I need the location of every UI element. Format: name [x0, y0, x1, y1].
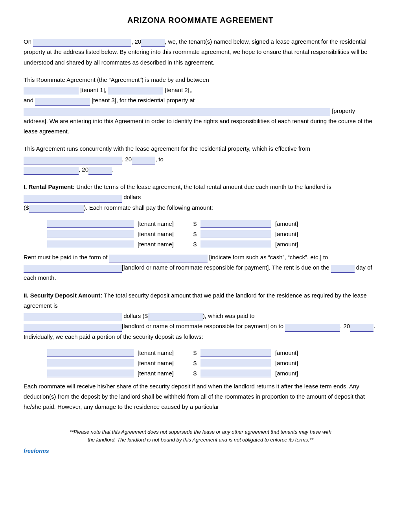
runs-section: This Agreement runs concurrently with th…: [24, 144, 377, 175]
parties-pre: This Roommate Agreement (the “Agreement”…: [24, 76, 209, 83]
field-effective-to[interactable]: [24, 167, 79, 175]
field-deposit-year[interactable]: [350, 324, 373, 332]
field-s1-tenant2-name[interactable]: [47, 230, 134, 238]
field-year-from[interactable]: [132, 157, 155, 164]
s1-tenant3-dollar: $: [193, 241, 197, 248]
runs-to: , to: [155, 156, 164, 163]
field-due-day[interactable]: [331, 265, 355, 273]
runs-year1-pre: , 20: [122, 156, 132, 163]
closing-paragraph: Each roommate will receive his/her share…: [24, 381, 377, 412]
field-tenant1[interactable]: [24, 87, 79, 95]
footnote-line1: **Please note that this Agreement does n…: [24, 428, 377, 436]
s1-tenant2-dollar: $: [193, 231, 197, 237]
field-s1-amount1[interactable]: [200, 220, 271, 228]
field-s2-tenant1-name[interactable]: [47, 349, 134, 357]
section2-year-pre: , 20: [340, 323, 350, 329]
section1-text1: Under the terms of the lease agreement, …: [76, 183, 331, 190]
field-s2-amount1[interactable]: [200, 349, 271, 357]
s1-amount3-label: [amount]: [275, 241, 298, 248]
rent-form-pre: Rent must be paid in the form of: [24, 254, 109, 260]
s2-amount1-label: [amount]: [275, 349, 298, 356]
s1-tenant3-label: [tenant name]: [138, 241, 174, 248]
table-row: [tenant name] $ [amount]: [47, 220, 377, 228]
tenant2-label: [tenant 2],,: [163, 87, 193, 93]
section1-text4: ). Each roommate shall pay the following…: [84, 204, 213, 211]
field-s1-tenant3-name[interactable]: [47, 240, 134, 248]
section2-heading: II. Security Deposit Amount:: [24, 292, 102, 299]
intro-on-label: On: [24, 38, 33, 45]
field-s2-tenant2-name[interactable]: [47, 359, 134, 367]
property-address-label: address]. We are entering into this Agre…: [24, 118, 372, 135]
section1-rental-payment: I. Rental Payment: Under the terms of th…: [24, 182, 377, 213]
field-year-to[interactable]: [88, 167, 112, 175]
section1-tenant-table: [tenant name] $ [amount] [tenant name] $…: [47, 220, 377, 248]
table-row: [tenant name] $ [amount]: [47, 240, 377, 248]
page-title: ARIZONA ROOMMATE AGREEMENT: [24, 16, 377, 25]
s2-tenant2-dollar: $: [193, 360, 197, 366]
table-row: [tenant name] $ [amount]: [47, 359, 377, 367]
s1-tenant1-dollar: $: [193, 220, 197, 227]
section2-text4: [landlord or name of roommate responsibl…: [122, 323, 285, 329]
field-deposit-num[interactable]: [148, 313, 203, 321]
section2-dollars-pre: dollars ($: [122, 312, 148, 319]
table-row: [tenant name] $ [amount]: [47, 230, 377, 238]
s1-tenant1-label: [tenant name]: [138, 220, 174, 227]
runs-end-period: .: [112, 166, 114, 173]
field-total-rent-dollars[interactable]: [29, 205, 84, 213]
s2-amount3-label: [amount]: [275, 370, 298, 377]
table-row: [tenant name] $ [amount]: [47, 369, 377, 377]
section2-paid-to: ), which was paid to: [203, 312, 255, 319]
s2-amount2-label: [amount]: [275, 360, 298, 366]
field-date-signed[interactable]: [33, 39, 131, 47]
field-s2-amount3[interactable]: [200, 369, 271, 377]
section2-security-deposit: II. Security Deposit Amount: The total s…: [24, 290, 377, 342]
section1-rent-form: Rent must be paid in the form of [indica…: [24, 252, 377, 283]
s2-tenant3-dollar: $: [193, 370, 197, 377]
field-deposit-landlord[interactable]: [24, 324, 122, 332]
field-payment-form[interactable]: [109, 255, 208, 262]
section1-dollars: dollars: [122, 194, 141, 200]
intro-year-pre: , 20: [131, 38, 141, 45]
field-s2-amount2[interactable]: [200, 359, 271, 367]
field-landlord-name[interactable]: [24, 265, 122, 273]
parties-section: This Roommate Agreement (the “Agreement”…: [24, 75, 377, 137]
s2-tenant2-label: [tenant name]: [138, 360, 174, 366]
field-year-signed[interactable]: [141, 39, 165, 47]
s1-amount2-label: [amount]: [275, 231, 298, 237]
field-s2-tenant3-name[interactable]: [47, 369, 134, 377]
runs-year2-pre: , 20: [79, 166, 88, 173]
freeforms-brand: freeforms: [24, 447, 377, 455]
and-label: and: [24, 97, 33, 103]
rent-form-mid: [indicate form such as “cash”, “check”, …: [208, 254, 328, 260]
tenant1-label: [tenant 1],: [79, 87, 108, 93]
section2-tenant-table: [tenant name] $ [amount] [tenant name] $…: [47, 349, 377, 377]
field-total-rent[interactable]: [24, 195, 122, 203]
section1-heading: I. Rental Payment:: [24, 183, 75, 190]
tenant3-label: [tenant 3], for the residential property…: [90, 97, 195, 103]
rent-form-post: [landlord or name of roommate responsibl…: [122, 264, 331, 271]
s2-tenant1-dollar: $: [193, 349, 197, 356]
intro-section: On , 20, we, the tenant(s) named below, …: [24, 37, 377, 68]
field-deposit-words[interactable]: [24, 313, 122, 321]
property-label: [property: [330, 107, 355, 114]
s2-tenant1-label: [tenant name]: [138, 349, 174, 356]
field-property[interactable]: [24, 108, 330, 116]
field-effective-from[interactable]: [24, 157, 122, 164]
footnote-line2: the landlord. The landlord is not bound …: [24, 436, 377, 444]
field-s1-tenant1-name[interactable]: [47, 220, 134, 228]
footnote-section: **Please note that this Agreement does n…: [24, 428, 377, 456]
field-tenant2[interactable]: [108, 87, 163, 95]
table-row: [tenant name] $ [amount]: [47, 349, 377, 357]
field-s1-amount3[interactable]: [200, 240, 271, 248]
runs-pre: This Agreement runs concurrently with th…: [24, 145, 310, 152]
section1-dollar-sign: ($: [24, 204, 29, 211]
s2-tenant3-label: [tenant name]: [138, 370, 174, 377]
field-deposit-date[interactable]: [285, 324, 340, 332]
field-s1-amount2[interactable]: [200, 230, 271, 238]
field-tenant3[interactable]: [35, 98, 90, 106]
s1-tenant2-label: [tenant name]: [138, 231, 174, 237]
s1-amount1-label: [amount]: [275, 220, 298, 227]
